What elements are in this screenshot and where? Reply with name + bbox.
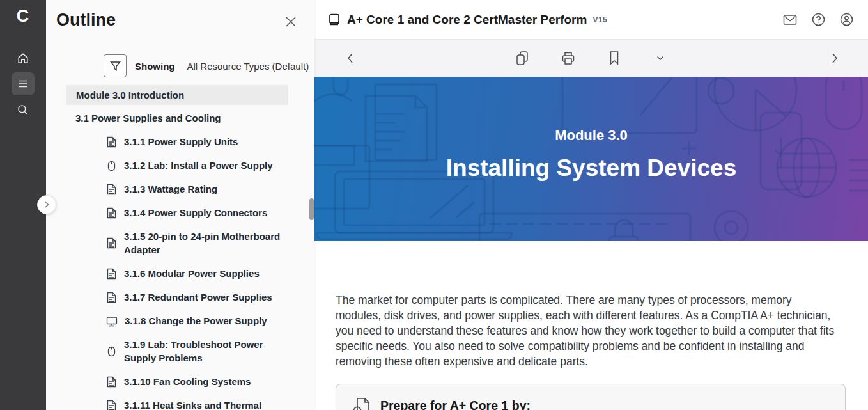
outline-item-label: 3.1.7 Redundant Power Supplies — [124, 290, 285, 304]
help-button[interactable] — [809, 11, 827, 29]
outline-item-label: 3.1.11 Heat Sinks and Thermal — [124, 398, 285, 410]
chevron-down-icon — [656, 56, 664, 61]
outline-menu-button[interactable] — [12, 72, 35, 95]
outline-item[interactable]: 3.1.1 Power Supply Units — [106, 135, 298, 148]
course-version: V15 — [593, 15, 607, 24]
outline-title: Outline — [56, 10, 116, 30]
filter-button[interactable] — [104, 54, 127, 77]
chevron-left-icon — [346, 52, 355, 64]
filter-label: Showing — [135, 61, 175, 72]
banner-title: Installing System Devices — [314, 154, 868, 182]
main-content: A+ Core 1 and Core 2 CertMaster Perform … — [314, 0, 868, 410]
copy-icon — [515, 51, 529, 66]
outline-item-label: 3.1.6 Modular Power Supplies — [124, 267, 285, 280]
account-button[interactable] — [837, 11, 855, 29]
outline-item-label: 3.1.5 20-pin to 24-pin Motherboard Adapt… — [124, 230, 285, 256]
print-icon — [561, 51, 576, 66]
document-icon — [106, 184, 117, 195]
document-icon — [106, 376, 117, 388]
chevron-right-icon — [43, 201, 50, 209]
home-icon — [17, 52, 29, 65]
outline-item[interactable]: 3.1.3 Wattage Rating — [106, 182, 298, 196]
prepare-callout: Prepare for A+ Core 1 by: — [336, 384, 846, 410]
intro-paragraph: The market for computer parts is complic… — [336, 292, 840, 369]
document-icon — [106, 136, 117, 148]
course-header: A+ Core 1 and Core 2 CertMaster Perform … — [314, 0, 868, 40]
document-icon — [106, 237, 117, 249]
outline-item[interactable]: 3.1.5 20-pin to 24-pin Motherboard Adapt… — [106, 230, 298, 256]
outline-section-3-1[interactable]: 3.1 Power Supplies and Cooling — [75, 113, 221, 123]
outline-item[interactable]: 3.1.11 Heat Sinks and Thermal — [106, 398, 298, 410]
outline-item-label: 3.1.2 Lab: Install a Power Supply — [124, 159, 285, 172]
lab-icon — [106, 160, 117, 171]
help-icon — [812, 13, 825, 26]
account-icon — [840, 13, 853, 26]
mail-icon — [783, 14, 797, 26]
document-icon — [106, 292, 117, 303]
collapse-panel-button[interactable] — [37, 195, 56, 214]
menu-icon — [17, 77, 29, 90]
monitor-icon — [106, 315, 118, 327]
chevron-right-icon — [830, 52, 839, 64]
messages-button[interactable] — [781, 11, 799, 29]
outline-item[interactable]: 3.1.4 Power Supply Connectors — [106, 206, 298, 219]
outline-item-label: 3.1.8 Change the Power Supply — [125, 314, 286, 327]
document-icon — [106, 268, 117, 280]
home-button[interactable] — [12, 47, 35, 70]
bookmark-icon — [608, 51, 620, 66]
outline-item-label: Module 3.0 Introduction — [76, 90, 184, 100]
document-icon — [106, 207, 117, 219]
bookmark-button[interactable] — [605, 48, 623, 68]
outline-item[interactable]: 3.1.7 Redundant Power Supplies — [106, 290, 298, 304]
outline-item-label: 3.1.3 Wattage Rating — [124, 182, 285, 196]
search-icon — [17, 104, 29, 116]
outline-item-label: 3.1.4 Power Supply Connectors — [124, 206, 285, 219]
prepare-heading: Prepare for A+ Core 1 by: — [380, 398, 531, 410]
close-icon — [284, 15, 297, 28]
outline-item[interactable]: 3.1.6 Modular Power Supplies — [106, 267, 298, 280]
filter-row: Showing All Resource Types (Default) — [104, 54, 309, 77]
print-button[interactable] — [559, 48, 577, 68]
outline-item[interactable]: 3.1.8 Change the Power Supply — [106, 314, 298, 327]
previous-page-button[interactable] — [340, 48, 360, 68]
filter-value[interactable]: All Resource Types (Default) — [187, 61, 309, 72]
module-banner: Module 3.0 Installing System Devices — [314, 77, 868, 241]
content-toolbar — [314, 40, 868, 77]
document-icon — [106, 400, 117, 410]
outline-item[interactable]: 3.1.10 Fan Cooling Systems — [106, 375, 298, 388]
outline-item-module-intro[interactable]: Module 3.0 Introduction — [66, 85, 288, 105]
outline-item-label: 3.1.10 Fan Cooling Systems — [124, 375, 285, 388]
outline-panel: Outline Showing All Resource Types (Defa… — [46, 0, 314, 410]
search-button[interactable] — [12, 99, 35, 122]
next-page-button[interactable] — [825, 48, 845, 68]
task-document-icon — [352, 396, 372, 410]
lab-icon — [106, 345, 117, 357]
outline-scrollbar-thumb[interactable] — [309, 198, 314, 220]
funnel-icon — [110, 61, 121, 72]
outline-item-label: 3.1.9 Lab: Troubleshoot Power Supply Pro… — [124, 338, 285, 365]
outline-item[interactable]: 3.1.9 Lab: Troubleshoot Power Supply Pro… — [106, 338, 298, 365]
outline-item-label: 3.1.1 Power Supply Units — [124, 135, 285, 148]
outline-item[interactable]: 3.1.2 Lab: Install a Power Supply — [106, 159, 298, 172]
book-icon — [329, 13, 340, 26]
copy-button[interactable] — [513, 48, 531, 68]
close-outline-button[interactable] — [284, 15, 297, 28]
app-logo[interactable]: C — [0, 6, 46, 26]
outline-list: 3.1.1 Power Supply Units 3.1.2 Lab: Inst… — [106, 135, 298, 410]
course-title: A+ Core 1 and Core 2 CertMaster Perform — [347, 13, 587, 27]
bookmark-menu-button[interactable] — [651, 48, 669, 68]
banner-module-label: Module 3.0 — [314, 127, 868, 144]
